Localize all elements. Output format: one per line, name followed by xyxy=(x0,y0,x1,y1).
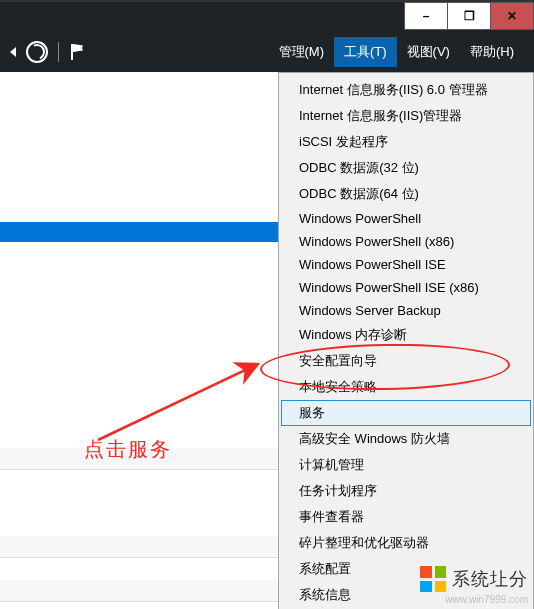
selected-row-strip xyxy=(0,222,278,242)
separator xyxy=(58,42,59,62)
panel-header-strip xyxy=(0,580,278,602)
tools-dropdown: Internet 信息服务(IIS) 6.0 管理器Internet 信息服务(… xyxy=(278,72,534,609)
menu-view[interactable]: 视图(V) xyxy=(397,37,460,67)
menu-tools[interactable]: 工具(T) xyxy=(334,37,397,67)
dropdown-item[interactable]: 高级安全 Windows 防火墙 xyxy=(281,426,531,452)
title-bar: – ❐ ✕ xyxy=(0,0,534,32)
refresh-icon[interactable] xyxy=(26,41,48,63)
dropdown-item[interactable]: 安全配置向导 xyxy=(281,348,531,374)
dropdown-item[interactable]: Internet 信息服务(IIS) 6.0 管理器 xyxy=(281,77,531,103)
minimize-icon: – xyxy=(423,10,430,22)
minimize-button[interactable]: – xyxy=(404,2,448,30)
dropdown-item[interactable]: Windows PowerShell xyxy=(281,207,531,230)
content-background xyxy=(0,72,278,609)
panel-header-strip xyxy=(0,536,278,558)
dropdown-item[interactable]: 任务计划程序 xyxy=(281,478,531,504)
dropdown-item[interactable]: ODBC 数据源(64 位) xyxy=(281,181,531,207)
dropdown-item[interactable]: 事件查看器 xyxy=(281,504,531,530)
menu-help[interactable]: 帮助(H) xyxy=(460,37,524,67)
watermark-logo-icon xyxy=(420,566,446,592)
back-chevron-icon[interactable] xyxy=(10,47,16,57)
dropdown-item[interactable]: iSCSI 发起程序 xyxy=(281,129,531,155)
close-button[interactable]: ✕ xyxy=(490,2,534,30)
dropdown-item[interactable]: 本地安全策略 xyxy=(281,374,531,400)
dropdown-item[interactable]: Windows 内存诊断 xyxy=(281,322,531,348)
dropdown-item[interactable]: Windows PowerShell ISE (x86) xyxy=(281,276,531,299)
dropdown-item[interactable]: 计算机管理 xyxy=(281,452,531,478)
menu-manage[interactable]: 管理(M) xyxy=(269,37,335,67)
dropdown-item[interactable]: Internet 信息服务(IIS)管理器 xyxy=(281,103,531,129)
dropdown-item[interactable]: ODBC 数据源(32 位) xyxy=(281,155,531,181)
dropdown-item[interactable]: 服务 xyxy=(281,400,531,426)
maximize-icon: ❐ xyxy=(464,10,475,22)
dropdown-item[interactable]: Windows PowerShell (x86) xyxy=(281,230,531,253)
close-icon: ✕ xyxy=(507,10,517,22)
menu-bar: 管理(M) 工具(T) 视图(V) 帮助(H) xyxy=(0,32,534,72)
watermark: 系统圵分 www.win7999.com xyxy=(420,566,528,605)
dropdown-item[interactable]: Windows PowerShell ISE xyxy=(281,253,531,276)
flag-icon[interactable] xyxy=(69,44,85,60)
dropdown-item[interactable]: Windows Server Backup xyxy=(281,299,531,322)
watermark-brand: 系统圵分 xyxy=(452,567,528,591)
dropdown-item[interactable]: 碎片整理和优化驱动器 xyxy=(281,530,531,556)
maximize-button[interactable]: ❐ xyxy=(447,2,491,30)
annotation-text: 点击服务 xyxy=(84,436,172,463)
watermark-url: www.win7999.com xyxy=(420,594,528,605)
